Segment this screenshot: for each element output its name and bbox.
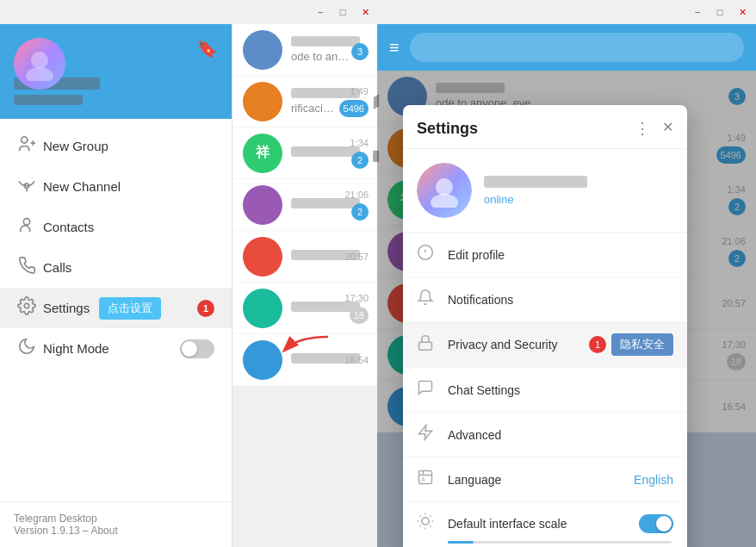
chat-time: 16:54 (344, 355, 369, 365)
scale-toggle-knob (656, 516, 672, 531)
privacy-tooltip: 隐私安全 (611, 333, 673, 356)
right-header: ≡ (377, 24, 756, 71)
sidebar: 🔖 New Group (0, 24, 232, 547)
chat-time: 21:06 (344, 190, 369, 200)
notifications-label: Notifications (448, 293, 673, 307)
chat-time: 17:30 (344, 293, 369, 303)
settings-profile: online (403, 149, 687, 233)
chat-item[interactable]: 祥 1:34 2 (232, 127, 379, 179)
settings-header-icons: ⋮ ✕ (635, 119, 673, 138)
svg-point-2 (22, 137, 28, 143)
chat-item[interactable]: 21:06 2 (232, 179, 379, 231)
more-options-icon[interactable]: ⋮ (635, 119, 650, 138)
sidebar-item-new-group[interactable]: New Group (0, 126, 232, 166)
svg-point-10 (431, 194, 458, 208)
chat-item[interactable]: rificación. Espera... 1:49 5496 (232, 76, 379, 127)
night-mode-toggle[interactable] (180, 339, 214, 358)
sidebar-item-calls[interactable]: Calls (0, 247, 232, 288)
hamburger-icon[interactable]: ≡ (389, 38, 400, 58)
chat-info (291, 353, 344, 367)
advanced-label: Advanced (448, 428, 673, 442)
sidebar-item-night-mode[interactable]: Night Mode (0, 328, 232, 369)
svg-point-1 (26, 67, 53, 81)
svg-marker-15 (419, 426, 432, 440)
chat-meta: 16:54 (344, 355, 369, 365)
privacy-label: Privacy and Security (448, 338, 589, 351)
chat-meta: 20:57 (344, 252, 369, 262)
scale-row: Default interface scale (417, 513, 673, 534)
toggle-knob (182, 341, 197, 357)
scale-bar-fill (448, 541, 474, 544)
right-close-btn[interactable]: ✕ (735, 7, 749, 18)
chat-badge: 18 (350, 307, 369, 324)
chat-badge: 2 (351, 203, 369, 221)
scale-label: Default interface scale (448, 517, 639, 531)
settings-close-icon[interactable]: ✕ (662, 119, 673, 138)
settings-menu-privacy[interactable]: Privacy and Security 1 隐私安全 (403, 322, 687, 368)
chat-info: ode to anyone, eve... (291, 36, 351, 63)
right-minimize-btn[interactable]: − (691, 7, 704, 17)
language-icon: A (417, 469, 448, 490)
app-name: Telegram Desktop (14, 513, 218, 525)
scale-bar-track[interactable] (448, 541, 672, 544)
chat-item[interactable]: 16:54 (232, 334, 379, 386)
settings-header: Settings ⋮ ✕ (403, 105, 687, 149)
contacts-label: Contacts (43, 220, 214, 234)
chat-item[interactable]: 17:30 18 (232, 283, 379, 334)
right-maximize-btn[interactable]: □ (713, 7, 727, 17)
sidebar-item-settings[interactable]: Settings 1 点击设置 (0, 288, 232, 328)
minimize-btn[interactable]: − (313, 7, 327, 17)
close-btn[interactable]: ✕ (358, 7, 372, 18)
language-value: English (634, 473, 673, 487)
svg-line-23 (420, 516, 421, 517)
svg-rect-14 (419, 342, 432, 350)
chat-meta: 17:30 18 (344, 293, 369, 324)
chat-info (291, 198, 344, 212)
contacts-icon (17, 215, 43, 239)
chat-meta: 1:49 5496 (339, 86, 369, 117)
chat-item[interactable]: 20:57 (232, 231, 379, 283)
left-titlebar: − □ ✕ (0, 0, 379, 24)
chat-meta: 1:34 2 (350, 138, 369, 169)
settings-user-info: online (484, 176, 673, 206)
scale-toggle[interactable] (639, 514, 673, 533)
settings-menu-notifications[interactable]: Notifications (403, 277, 687, 322)
scale-icon (417, 513, 448, 534)
settings-menu-advanced[interactable]: Advanced (403, 413, 687, 457)
settings-title: Settings (417, 120, 635, 138)
svg-line-28 (430, 516, 431, 517)
sidebar-footer: Telegram Desktop Version 1.9.13 – About (0, 501, 232, 547)
chat-time: 20:57 (344, 252, 369, 262)
chat-badge: 3 (351, 43, 369, 60)
svg-line-27 (420, 525, 421, 526)
right-window: − □ ✕ ≡ ode to anyone, eve... 3 (377, 0, 756, 547)
advanced-icon (417, 424, 448, 445)
chat-name (291, 36, 360, 47)
chat-avatar (243, 185, 282, 225)
chat-item[interactable]: ode to anyone, eve... 3 (232, 24, 379, 76)
edit-profile-label: Edit profile (448, 248, 673, 262)
profile-phone (14, 95, 83, 105)
settings-menu-edit-profile[interactable]: Edit profile (403, 233, 687, 277)
settings-username (484, 176, 587, 188)
chat-meta: 3 (351, 40, 369, 60)
sidebar-item-contacts[interactable]: Contacts (0, 207, 232, 247)
app-version: Version 1.9.13 – About (14, 525, 218, 537)
settings-online-status: online (484, 193, 673, 206)
chat-settings-icon (417, 379, 448, 401)
chat-info (291, 250, 344, 264)
settings-menu-chat[interactable]: Chat Settings (403, 368, 687, 413)
notifications-icon (417, 289, 448, 310)
new-group-label: New Group (43, 139, 214, 153)
chat-items: ode to anyone, eve... 3 rificación. Espe… (232, 24, 379, 386)
calls-label: Calls (43, 260, 214, 275)
avatar-image (14, 38, 65, 90)
settings-menu-language[interactable]: A Language English (403, 457, 687, 502)
svg-point-7 (23, 219, 29, 225)
maximize-btn[interactable]: □ (336, 7, 350, 17)
search-bar (410, 33, 744, 62)
scale-section: Default interface scale 100% 125% 150% 2… (403, 502, 687, 547)
chat-badge: 2 (351, 152, 369, 169)
edit-profile-icon (417, 244, 448, 265)
sidebar-item-new-channel[interactable]: New Channel (0, 166, 232, 207)
